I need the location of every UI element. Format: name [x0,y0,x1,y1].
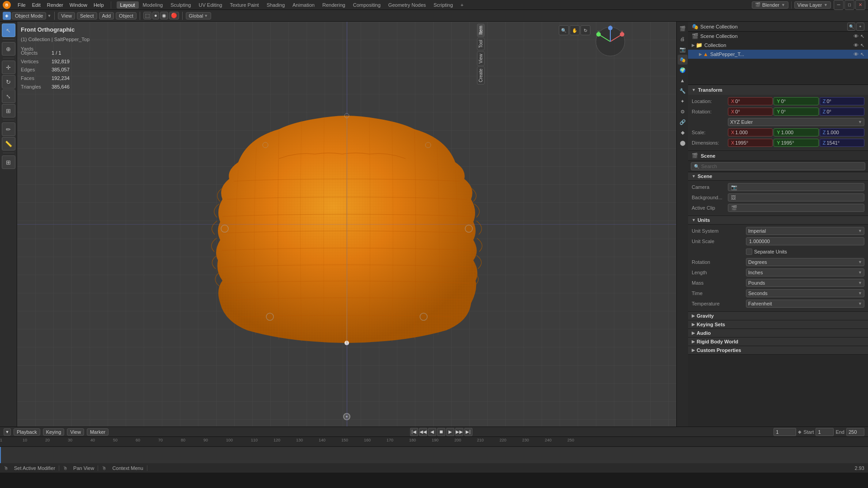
scale-y[interactable]: Y1.000 [774,128,818,136]
stop-btn[interactable]: ⏹ [437,428,445,436]
active-clip-value[interactable]: 🎬 [728,204,864,212]
side-tab-tool[interactable]: Tool [477,38,485,50]
rotation-x[interactable]: X0° [728,108,773,116]
custom-properties-header[interactable]: ▶ Custom Properties [688,346,868,355]
pan-btn[interactable]: ✋ [570,25,580,35]
workspace-sculpting[interactable]: Sculpting [167,1,194,9]
rotation-y[interactable]: Y0° [774,108,818,116]
scene-search-bar[interactable]: 🔍 Search [691,162,865,170]
outliner-add-btn[interactable]: + [856,23,864,31]
time-select[interactable]: Seconds ▼ [746,289,864,297]
separate-units-checkbox[interactable] [746,249,752,255]
prop-icon-render[interactable]: 🎬 [678,23,688,33]
workspace-modeling[interactable]: Modeling [139,1,167,9]
minimize-btn[interactable]: ─ [834,0,844,10]
rigid-body-world-header[interactable]: ▶ Rigid Body World [688,338,868,346]
maximize-btn[interactable]: □ [844,0,854,10]
current-frame[interactable]: 1 [774,428,796,436]
prop-icon-constraints[interactable]: 🔗 [678,117,688,127]
prop-icon-view-layer[interactable]: 📷 [678,44,688,54]
step-back-btn[interactable]: ◀◀ [419,428,427,436]
unit-system-select[interactable]: Imperial ▼ [746,227,864,235]
workspace-geometry-nodes[interactable]: Geometry Nodes [385,1,429,9]
mode-toggle[interactable]: ◈ Object Mode ▼ [3,12,51,20]
prop-icon-scene[interactable]: 🎭 [678,55,688,65]
collection-select-icon[interactable]: ↖ [860,42,864,48]
annotate-tool[interactable]: ✏ [2,122,15,136]
workspace-scripting[interactable]: Scripting [430,1,457,9]
transform-panel-header[interactable]: ▼ Transform [688,85,868,95]
workspace-rendering[interactable]: Rendering [319,1,349,9]
playback-btn[interactable]: Playback [14,428,40,436]
end-frame[interactable]: 250 [846,428,864,436]
camera-value[interactable]: 📷 [728,183,864,191]
add-object-tool[interactable]: ⊞ [2,155,15,169]
object-menu[interactable]: Object [116,12,137,19]
viewport-nav-gizmo[interactable]: X Y Z [594,25,627,58]
step-fwd-btn[interactable]: ▶▶ [455,428,463,436]
jump-start-btn[interactable]: |◀ [410,428,418,436]
salt-eye-icon[interactable]: 👁 [854,52,859,57]
jump-end-btn[interactable]: ▶| [464,428,472,436]
cursor-icon[interactable]: ↖ [860,33,864,39]
gravity-header[interactable]: ▶ Gravity [688,312,868,320]
side-tab-item[interactable]: Item [477,23,485,37]
salt-select-icon[interactable]: ↖ [860,52,864,57]
rotate-tool[interactable]: ↻ [2,75,15,89]
audio-header[interactable]: ▶ Audio [688,329,868,338]
prop-icon-object[interactable]: ▲ [678,75,688,85]
scene-section-header[interactable]: ▼ Scene [688,172,868,181]
collection-eye-icon[interactable]: 👁 [854,42,859,48]
dim-y[interactable]: Y1995° [774,139,818,147]
menu-help[interactable]: Help [90,1,107,9]
timeline-menu-btn[interactable]: ▼ [4,428,11,436]
outliner-filter-btn[interactable]: 🔍 [847,23,855,31]
prop-icon-material[interactable]: ⬤ [678,138,688,148]
wireframe-shading[interactable]: ⬚ [143,12,151,19]
temperature-select[interactable]: Fahrenheit ▼ [746,300,864,308]
material-shading[interactable]: ◉ [160,12,168,19]
transform-tool[interactable]: ⊞ [2,104,15,117]
solid-shading[interactable]: ● [152,12,159,19]
units-section-header[interactable]: ▼ Units [688,216,868,225]
play-btn[interactable]: ▶ [446,428,454,436]
transform-orientation[interactable]: Global ▼ [186,12,212,19]
workspace-layout[interactable]: Layout [117,1,139,9]
keyframe-area[interactable] [0,447,868,463]
select-tool[interactable]: ↖ [2,23,15,37]
prop-icon-data[interactable]: ◆ [678,127,688,137]
mass-select[interactable]: Pounds ▼ [746,279,864,287]
scene-selector[interactable]: 🎬 Blender ▼ [752,1,788,9]
view-menu[interactable]: View [58,12,75,19]
eye-icon[interactable]: 👁 [854,33,859,39]
menu-file[interactable]: File [14,1,29,9]
outliner-collection[interactable]: ▶ 📁 Collection 👁 ↖ [688,41,868,50]
select-menu[interactable]: Select [77,12,97,19]
dim-z[interactable]: Z1541° [820,139,864,147]
viewport[interactable]: Front Orthographic (1) Collection | Salt… [17,22,676,427]
background-value[interactable]: 🖼 [728,193,864,202]
outliner-scene-collection[interactable]: 🎬 Scene Collection 👁 ↖ [688,32,868,41]
unit-scale-value[interactable]: 1.000000 [746,237,864,245]
nav-gizmo-container[interactable]: X Y Z [594,25,627,58]
render-shading[interactable]: 🔴 [169,12,179,19]
rotation-mode-select[interactable]: XYZ Euler ▼ [728,118,864,126]
close-btn[interactable]: ✕ [855,0,865,10]
length-select[interactable]: Inches ▼ [746,268,864,277]
scale-x[interactable]: X1.000 [728,128,773,136]
view-layer-selector[interactable]: View Layer ▼ [794,1,831,9]
cursor-tool[interactable]: ⊕ [2,42,15,56]
workspace-texture-paint[interactable]: Texture Paint [226,1,262,9]
measure-tool[interactable]: 📏 [2,137,15,150]
view-btn[interactable]: View [67,428,84,436]
rotation-units-select[interactable]: Degrees ▼ [746,258,864,266]
rotate-view-btn[interactable]: ↻ [580,25,590,35]
menu-edit[interactable]: Edit [29,1,44,9]
prop-icon-output[interactable]: 🖨 [678,34,688,44]
workspace-compositing[interactable]: Compositing [349,1,384,9]
location-x[interactable]: X0° [728,97,773,105]
object-mode-dropdown[interactable]: Object Mode [12,12,46,19]
menu-window[interactable]: Window [66,1,90,9]
workspace-uv[interactable]: UV Editing [195,1,226,9]
location-y[interactable]: Y0° [774,97,818,105]
